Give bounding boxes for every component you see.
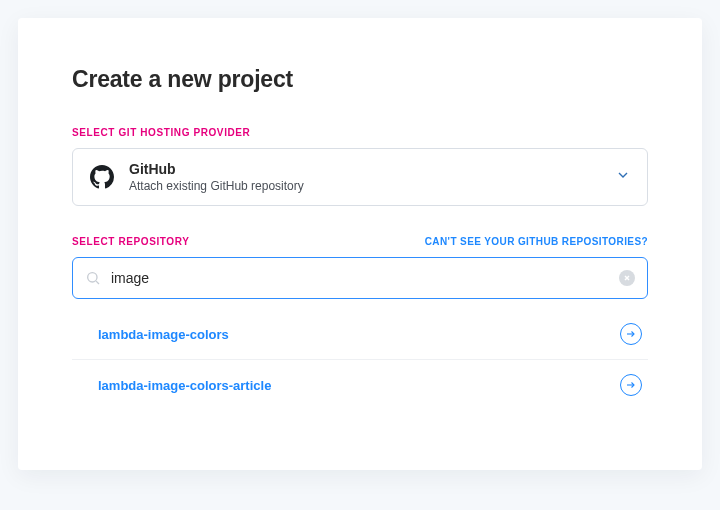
search-icon <box>85 270 101 286</box>
repo-search-input[interactable] <box>111 270 609 286</box>
repo-help-link[interactable]: CAN'T SEE YOUR GITHUB REPOSITORIES? <box>425 236 648 247</box>
repo-section-header: SELECT REPOSITORY CAN'T SEE YOUR GITHUB … <box>72 236 648 247</box>
repo-result-item[interactable]: lambda-image-colors-article <box>72 360 648 410</box>
chevron-down-icon <box>615 167 631 187</box>
git-provider-select[interactable]: GitHub Attach existing GitHub repository <box>72 148 648 206</box>
repo-name: lambda-image-colors <box>98 327 229 342</box>
repo-search-field[interactable] <box>72 257 648 299</box>
provider-name: GitHub <box>129 161 601 177</box>
provider-section-header: SELECT GIT HOSTING PROVIDER <box>72 127 648 138</box>
create-project-card: Create a new project SELECT GIT HOSTING … <box>18 18 702 470</box>
clear-search-button[interactable] <box>619 270 635 286</box>
repo-section-label: SELECT REPOSITORY <box>72 236 189 247</box>
svg-line-1 <box>96 281 99 284</box>
provider-text: GitHub Attach existing GitHub repository <box>129 161 601 193</box>
svg-point-0 <box>88 273 97 282</box>
provider-subtitle: Attach existing GitHub repository <box>129 179 601 193</box>
repo-result-item[interactable]: lambda-image-colors <box>72 309 648 360</box>
arrow-right-icon[interactable] <box>620 323 642 345</box>
github-icon <box>89 164 115 190</box>
page-title: Create a new project <box>72 66 648 93</box>
repo-result-list: lambda-image-colors lambda-image-colors-… <box>72 309 648 410</box>
arrow-right-icon[interactable] <box>620 374 642 396</box>
repo-name: lambda-image-colors-article <box>98 378 271 393</box>
provider-section-label: SELECT GIT HOSTING PROVIDER <box>72 127 250 138</box>
